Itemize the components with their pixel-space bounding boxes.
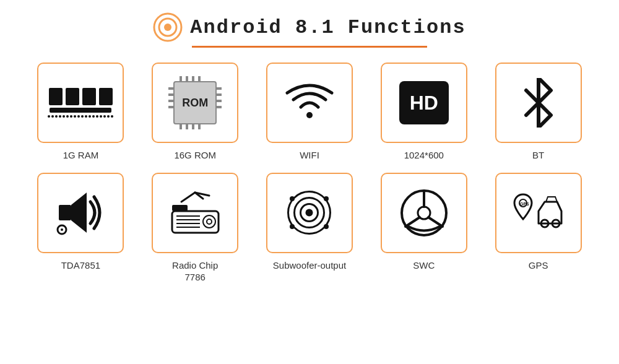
feature-grid: 1G RAM ROM bbox=[31, 63, 588, 284]
svg-point-17 bbox=[207, 219, 212, 224]
swc-icon-box bbox=[381, 173, 467, 253]
feature-swc: SWC bbox=[374, 173, 474, 284]
hd-label: 1024*600 bbox=[404, 149, 444, 162]
svg-point-7 bbox=[61, 228, 63, 231]
bt-label: BT bbox=[532, 149, 544, 162]
svg-point-3 bbox=[306, 112, 313, 118]
svg-point-16 bbox=[203, 215, 215, 228]
title-underline bbox=[192, 46, 427, 48]
svg-point-25 bbox=[290, 224, 295, 229]
subwoofer-icon bbox=[286, 189, 332, 236]
swc-label: SWC bbox=[413, 259, 435, 272]
feature-hd: HD 1024*600 bbox=[374, 63, 474, 162]
page-title: Android 8.1 Functions bbox=[190, 16, 465, 39]
hd-icon-box: HD bbox=[381, 63, 467, 143]
feature-gps: GPS GPS bbox=[488, 173, 588, 284]
bt-icon-box bbox=[495, 63, 582, 143]
svg-rect-4 bbox=[59, 205, 71, 220]
wifi-icon-box bbox=[266, 63, 353, 143]
rom-icon-box: ROM bbox=[152, 63, 238, 143]
feature-bt: BT bbox=[488, 63, 588, 162]
radio-icon bbox=[169, 189, 222, 236]
rom-chip-icon: ROM bbox=[173, 81, 217, 124]
radio-label: Radio Chip 7786 bbox=[172, 259, 218, 284]
rom-label: 16G ROM bbox=[174, 149, 216, 162]
svg-point-2 bbox=[164, 24, 171, 31]
wifi-label: WIFI bbox=[300, 149, 319, 162]
svg-point-24 bbox=[324, 196, 329, 201]
svg-line-8 bbox=[181, 193, 195, 202]
svg-rect-18 bbox=[172, 205, 188, 211]
speaker-icon bbox=[56, 189, 105, 236]
hd-icon: HD bbox=[399, 81, 449, 124]
feature-subwoofer: Subwoofer-output bbox=[260, 173, 360, 284]
steering-wheel-icon bbox=[399, 188, 449, 238]
page-header: Android 8.1 Functions bbox=[153, 12, 465, 42]
ram-label: 1G RAM bbox=[63, 149, 99, 162]
bluetooth-icon bbox=[520, 78, 557, 128]
android-icon bbox=[153, 12, 183, 42]
tda-label: TDA7851 bbox=[61, 259, 100, 272]
svg-point-22 bbox=[306, 209, 313, 217]
svg-point-23 bbox=[290, 196, 295, 201]
tda-icon-box bbox=[37, 173, 124, 253]
svg-point-26 bbox=[324, 224, 329, 229]
gps-icon-box: GPS bbox=[495, 173, 582, 253]
wifi-icon bbox=[285, 81, 334, 124]
svg-marker-5 bbox=[71, 193, 87, 233]
gps-label: GPS bbox=[529, 259, 548, 272]
svg-text:GPS: GPS bbox=[520, 202, 529, 206]
radio-icon-box bbox=[152, 173, 238, 253]
subwoofer-label: Subwoofer-output bbox=[273, 259, 346, 272]
svg-line-30 bbox=[405, 217, 420, 227]
feature-ram: 1G RAM bbox=[31, 63, 131, 162]
ram-icon bbox=[48, 88, 113, 118]
feature-tda: TDA7851 bbox=[31, 173, 131, 284]
svg-line-31 bbox=[428, 217, 443, 227]
feature-wifi: WIFI bbox=[260, 63, 360, 162]
feature-rom: ROM bbox=[145, 63, 245, 162]
gps-icon: GPS bbox=[511, 189, 566, 236]
ram-icon-box bbox=[37, 63, 124, 143]
subwoofer-icon-box bbox=[266, 173, 353, 253]
feature-radio: Radio Chip 7786 bbox=[145, 173, 245, 284]
